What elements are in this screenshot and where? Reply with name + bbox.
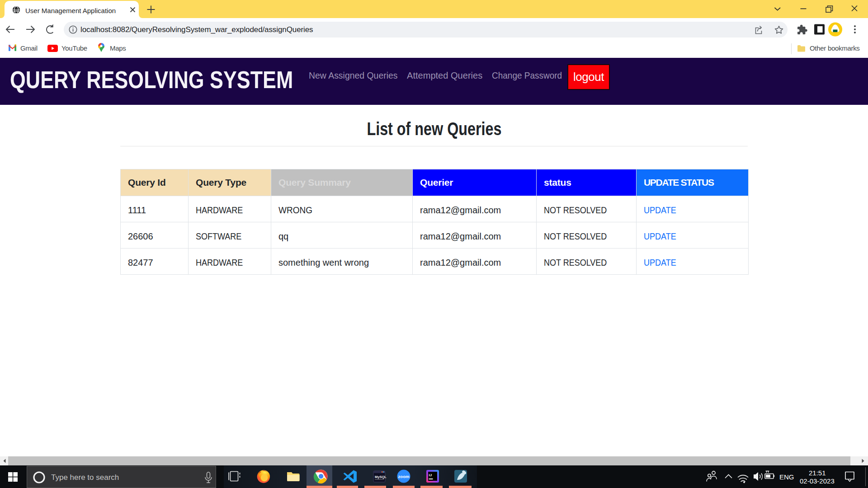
svg-text:MySQL: MySQL [375,475,387,479]
svg-text:zoom: zoom [398,474,410,479]
svg-text:IJ: IJ [429,473,432,477]
